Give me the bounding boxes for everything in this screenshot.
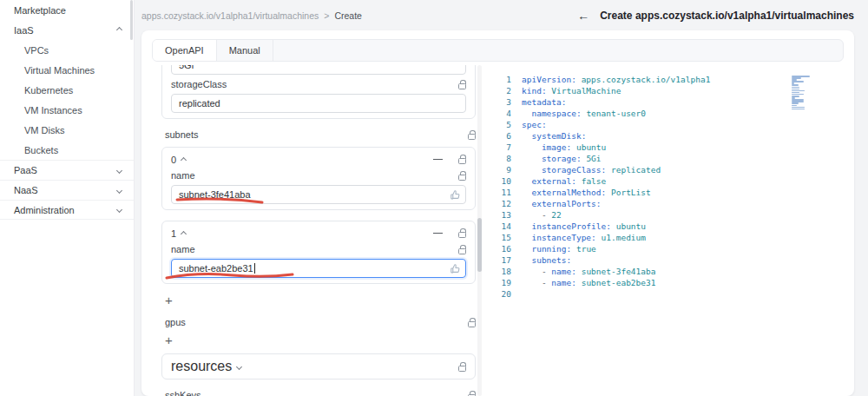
editor-minimap[interactable] <box>792 76 812 112</box>
sidebar-item-vm-instances[interactable]: VM Instances <box>0 100 134 120</box>
line-content: metadata: <box>522 96 566 108</box>
subnet-item-header[interactable]: 0 <box>171 153 466 166</box>
line-content: instanceProfile: ubuntu <box>522 221 646 232</box>
line-number: 20 <box>496 288 511 300</box>
tab-manual[interactable]: Manual <box>217 40 273 61</box>
input-value: subnet-3fe41aba <box>179 189 251 200</box>
line-number: 1 <box>496 74 511 85</box>
chevron-down-icon <box>116 167 122 173</box>
line-number: 2 <box>496 85 511 96</box>
subnet-name-label: name <box>171 170 195 181</box>
sidebar-item-label: PaaS <box>14 165 37 175</box>
gpus-section: gpus <box>165 315 476 329</box>
sidebar-item-marketplace[interactable]: Marketplace <box>0 0 134 20</box>
remove-subnet-button[interactable] <box>433 233 443 234</box>
sidebar-item-paas[interactable]: PaaS <box>0 160 134 180</box>
line-number: 5 <box>496 119 511 130</box>
storageclass-input[interactable]: replicated <box>171 94 466 113</box>
subnet-item-card: 0namesubnet-3fe41aba <box>161 147 476 210</box>
sidebar-item-label: Kubernetes <box>24 85 73 96</box>
editor-line: 15 instanceType: u1.medium <box>496 232 844 243</box>
topbar: apps.cozystack.io/v1alpha1/virtualmachin… <box>135 0 868 30</box>
subnet-item-header[interactable]: 1 <box>171 227 466 240</box>
editor-line: 7 image: ubuntu <box>496 142 844 153</box>
line-number: 17 <box>496 254 511 266</box>
sidebar: MarketplaceIaaSVPCsVirtual MachinesKuber… <box>0 0 135 396</box>
lock-icon <box>458 158 466 164</box>
lock-icon <box>468 321 476 327</box>
minimap-line <box>792 89 799 90</box>
editor-line: 18 - name: subnet-3fe41aba <box>496 266 844 277</box>
storage-size-input[interactable]: 5Gi <box>171 65 466 75</box>
resources-card[interactable]: resources <box>161 353 476 380</box>
chevron-up-icon <box>181 231 187 237</box>
breadcrumb-separator: > <box>324 10 329 21</box>
editor-line: 9 storageClass: replicated <box>496 164 844 175</box>
remove-subnet-button[interactable] <box>433 159 443 160</box>
sidebar-item-vpcs[interactable]: VPCs <box>0 40 134 60</box>
subnet-name-field: name <box>171 168 466 182</box>
editor-line: 5spec: <box>496 119 844 130</box>
tab-openapi[interactable]: OpenAPI <box>153 40 217 61</box>
editor-line: 19 - name: subnet-eab2be31 <box>496 277 844 288</box>
editor-line: 8 storage: 5Gi <box>496 153 844 164</box>
line-number: 8 <box>496 153 511 164</box>
gpus-label: gpus <box>165 317 186 327</box>
subnet-name-field: name <box>171 242 466 256</box>
sidebar-item-iaas[interactable]: IaaS <box>0 20 134 40</box>
thumb-up-icon[interactable] <box>450 189 461 201</box>
sidebar-item-label: VM Disks <box>24 125 64 135</box>
line-number: 11 <box>496 187 511 198</box>
sidebar-item-naas[interactable]: NaaS <box>0 180 134 200</box>
sidebar-item-label: VM Instances <box>24 105 82 116</box>
line-content: apiVersion: apps.cozystack.io/v1alpha1 <box>522 74 710 85</box>
line-content: externalMethod: PortList <box>522 187 651 198</box>
chevron-down-icon <box>116 207 122 213</box>
sshkeys-section: sshKeys <box>165 388 476 396</box>
storageclass-label: storageClass <box>171 79 227 89</box>
minimap-line <box>792 109 805 110</box>
sidebar-item-virtual-machines[interactable]: Virtual Machines <box>0 60 134 80</box>
input-value: 5Gi <box>179 65 194 70</box>
editor-line: 13 - 22 <box>496 209 844 221</box>
editor-line: 14 instanceProfile: ubuntu <box>496 221 844 232</box>
sidebar-item-buckets[interactable]: Buckets <box>0 140 134 160</box>
lock-icon <box>458 232 466 238</box>
line-content: running: true <box>522 243 596 254</box>
add-subnet-button[interactable]: + <box>165 294 177 307</box>
line-number: 15 <box>496 232 511 243</box>
lock-icon <box>468 134 476 140</box>
breadcrumb-path[interactable]: apps.cozystack.io/v1alpha1/virtualmachin… <box>141 10 319 21</box>
sshkeys-label: sshKeys <box>165 390 201 396</box>
subnet-name-input[interactable]: subnet-3fe41aba <box>171 185 466 204</box>
subnets-section: subnets <box>165 128 476 142</box>
chevron-down-icon <box>236 363 242 369</box>
lock-icon <box>458 175 466 181</box>
resources-label: resources <box>171 359 232 374</box>
line-content: instanceType: u1.medium <box>522 232 646 243</box>
sidebar-item-administration[interactable]: Administration <box>0 200 134 220</box>
line-number: 7 <box>496 142 511 153</box>
back-arrow-icon[interactable]: ← <box>577 10 589 22</box>
line-number: 14 <box>496 221 511 232</box>
sidebar-scrollbar[interactable] <box>130 0 133 40</box>
minimap-line <box>792 84 799 86</box>
editor-line: 16 running: true <box>496 243 844 254</box>
breadcrumb: apps.cozystack.io/v1alpha1/virtualmachin… <box>141 10 362 21</box>
add-gpu-button[interactable]: + <box>165 334 177 346</box>
thumb-up-icon[interactable] <box>450 263 461 274</box>
editor-line: 17 subnets: <box>496 254 844 266</box>
line-content: storage: 5Gi <box>522 153 602 164</box>
yaml-editor[interactable]: 1apiVersion: apps.cozystack.io/v1alpha12… <box>482 65 844 396</box>
sidebar-item-label: Marketplace <box>14 5 66 16</box>
lock-icon <box>458 366 466 372</box>
text-caret <box>254 263 255 274</box>
subnet-name-input[interactable]: subnet-eab2be31 <box>171 259 466 278</box>
sidebar-item-kubernetes[interactable]: Kubernetes <box>0 80 134 100</box>
lock-icon <box>458 83 466 89</box>
content-split: 5Gi storageClass replicated subnets <box>141 62 854 396</box>
subnet-list: 0namesubnet-3fe41aba1namesubnet-eab2be31 <box>152 147 482 284</box>
sidebar-item-label: NaaS <box>14 185 38 195</box>
sidebar-item-vm-disks[interactable]: VM Disks <box>0 120 134 140</box>
sidebar-item-label: IaaS <box>14 25 34 36</box>
